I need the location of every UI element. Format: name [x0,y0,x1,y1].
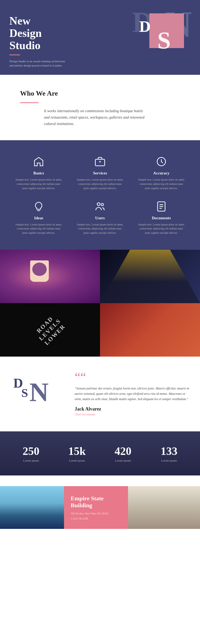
photo-graffiti [100,303,200,357]
hero-logo-s-front: S [157,27,171,54]
feature-basics-desc: Sample text. Lorem ipsum dolor sit amet,… [14,178,63,190]
hero-title: New Design Studio [9,15,68,52]
city-skyline [0,486,64,529]
svg-rect-0 [95,159,105,166]
location-image-right [128,486,200,529]
svg-point-3 [97,203,100,206]
briefcase-icon [93,155,107,168]
quote-role: Chief Accountant [75,413,189,416]
testimonial-logo: D S N [11,373,64,415]
feature-users-label: Users [72,216,128,220]
location-address: 350 5th Ave, New York, NY 10118 [71,512,121,516]
stat-label-15k: Lorem ipsum [57,459,98,462]
stat-133: 133 Lorem ipsum [149,445,190,462]
testimonial-content: ““ "Aenean pulvinar dui ornare, feugiat … [75,372,189,416]
lightbulb-icon [32,200,45,213]
stat-number-250: 250 [11,445,51,458]
hero-accent-line [9,54,20,55]
feature-ideas-desc: Sample text. Lorem ipsum dolor sit amet,… [14,223,63,235]
quote-author: Jack Alvarez [75,406,189,412]
hero-logo-d-front: D [139,17,151,36]
location-phone: 1-212-736-3100 [71,517,121,520]
feature-basics: Basics Sample text. Lorem ipsum dolor si… [11,155,67,190]
hero-content: New Design Studio Design Studio is an aw… [9,15,68,68]
feature-documents-desc: Sample text. Lorem ipsum dolor sit amet,… [137,223,186,235]
feature-services-label: Services [72,171,128,175]
road-text: ROADLEVELSLOWER [33,313,67,347]
feature-services-desc: Sample text. Lorem ipsum dolor sit amet,… [75,178,125,190]
test-logo-n: N [29,377,49,407]
who-text: It works internationally on commissions … [44,108,145,127]
feature-users: Users Sample text. Lorem ipsum dolor sit… [72,200,128,235]
feature-ideas-label: Ideas [11,216,67,220]
hero-subtitle: Design Studio is an award winning archit… [9,59,68,68]
locations-section: Empire State Building 350 5th Ave, New Y… [0,475,200,540]
stat-number-133: 133 [149,445,190,458]
feature-accuracy-desc: Sample text. Lorem ipsum dolor sit amet,… [137,178,186,190]
who-accent-line [20,102,39,103]
stat-number-420: 420 [103,445,143,458]
test-logo-s: S [21,386,28,400]
feature-accuracy: Accuracy Sample text. Lorem ipsum dolor … [133,155,189,190]
features-section: Basics Sample text. Lorem ipsum dolor si… [0,140,200,250]
svg-point-4 [101,203,103,206]
feature-users-desc: Sample text. Lorem ipsum dolor sit amet,… [75,223,125,235]
features-grid: Basics Sample text. Lorem ipsum dolor si… [11,155,189,235]
stat-number-15k: 15k [57,445,98,458]
stats-grid: 250 Lorem ipsum 15k Lorem ipsum 420 Lore… [11,445,189,462]
feature-ideas: Ideas Sample text. Lorem ipsum dolor sit… [11,200,67,235]
who-section: Who We Are It works internationally on c… [0,75,200,140]
feature-documents: Documents Sample text. Lorem ipsum dolor… [133,200,189,235]
feature-accuracy-label: Accuracy [133,171,189,175]
clock-icon [155,155,168,168]
feature-services: Services Sample text. Lorem ipsum dolor … [72,155,128,190]
stat-label-133: Lorem ipsum [149,459,190,462]
quote-text: "Aenean pulvinar dui ornare, feugiat lor… [75,386,189,402]
stat-420: 420 Lorem ipsum [103,445,143,462]
who-title: Who We Are [20,89,180,97]
photo-grid: ROADLEVELSLOWER [0,250,200,357]
mall-interior [128,486,200,529]
photo-road: ROADLEVELSLOWER [0,303,100,357]
stat-label-420: Lorem ipsum [103,459,143,462]
users-icon [93,200,107,213]
quote-mark: ““ [75,372,189,382]
location-title: Empire State Building [71,495,121,509]
stat-250: 250 Lorem ipsum [11,445,51,462]
photo-building [100,250,200,303]
stats-section: 250 Lorem ipsum 15k Lorem ipsum 420 Lore… [0,431,200,475]
testimonial-section: D S N ““ "Aenean pulvinar dui ornare, fe… [0,357,200,431]
location-image-left [0,486,64,529]
hero-section: New Design Studio Design Studio is an aw… [0,0,200,75]
stat-label-250: Lorem ipsum [11,459,51,462]
location-info: Empire State Building 350 5th Ave, New Y… [64,486,128,529]
home-icon [32,155,45,168]
photo-coffee [0,250,100,303]
stat-15k: 15k Lorem ipsum [57,445,98,462]
document-icon [155,200,168,213]
feature-basics-label: Basics [11,171,67,175]
feature-documents-label: Documents [133,216,189,220]
